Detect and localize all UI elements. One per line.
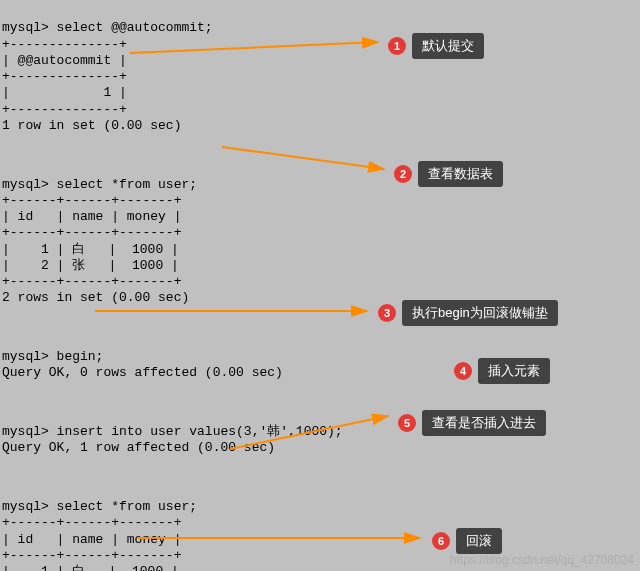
callout-1: 1 默认提交 (388, 33, 484, 59)
callout-3: 3 执行begin为回滚做铺垫 (378, 300, 558, 326)
callout-label: 查看是否插入进去 (422, 410, 546, 436)
badge-number: 4 (454, 362, 472, 380)
sql-block-select-user: mysql> select *from user; +------+------… (2, 177, 638, 307)
badge-number: 2 (394, 165, 412, 183)
callout-4: 4 插入元素 (454, 358, 550, 384)
badge-number: 1 (388, 37, 406, 55)
callout-label: 查看数据表 (418, 161, 503, 187)
callout-label: 插入元素 (478, 358, 550, 384)
callout-6: 6 回滚 (432, 528, 502, 554)
badge-number: 3 (378, 304, 396, 322)
watermark: https://blog.csdn.net/qq_42708024 (450, 553, 634, 567)
callout-2: 2 查看数据表 (394, 161, 503, 187)
terminal-output: mysql> select @@autocommit; +-----------… (0, 0, 640, 571)
callout-label: 执行begin为回滚做铺垫 (402, 300, 558, 326)
badge-number: 5 (398, 414, 416, 432)
callout-5: 5 查看是否插入进去 (398, 410, 546, 436)
badge-number: 6 (432, 532, 450, 550)
callout-label: 回滚 (456, 528, 502, 554)
callout-label: 默认提交 (412, 33, 484, 59)
sql-block-autocommit: mysql> select @@autocommit; +-----------… (2, 20, 638, 134)
